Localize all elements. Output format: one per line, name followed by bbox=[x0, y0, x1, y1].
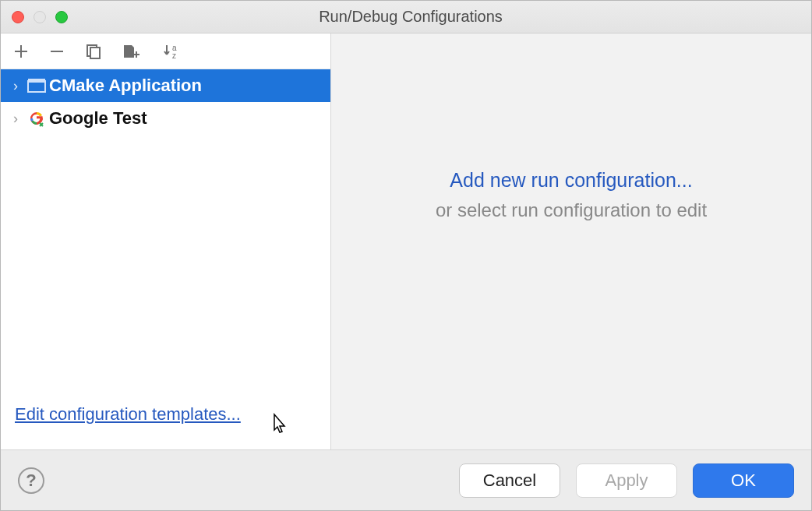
tree-item-cmake-application[interactable]: › CMake Application bbox=[1, 69, 330, 102]
minimize-window-button[interactable] bbox=[34, 11, 46, 23]
empty-state-subtext: or select run configuration to edit bbox=[436, 199, 707, 221]
left-pane: az › CMake Application › bbox=[1, 33, 331, 449]
svg-rect-0 bbox=[51, 51, 63, 52]
ok-button[interactable]: OK bbox=[693, 463, 794, 498]
window-controls bbox=[12, 11, 68, 23]
svg-text:z: z bbox=[172, 51, 176, 60]
run-debug-configurations-dialog: Run/Debug Configurations az bbox=[0, 0, 812, 511]
apply-button: Apply bbox=[576, 463, 677, 498]
dialog-body: az › CMake Application › bbox=[1, 33, 811, 449]
svg-rect-6 bbox=[28, 79, 45, 83]
edit-templates-row: Edit configuration templates... bbox=[1, 404, 330, 449]
cancel-button[interactable]: Cancel bbox=[459, 463, 560, 498]
svg-rect-2 bbox=[90, 48, 100, 58]
google-test-icon bbox=[24, 109, 49, 128]
add-config-button[interactable] bbox=[13, 44, 29, 59]
dialog-footer: ? Cancel Apply OK bbox=[1, 449, 811, 510]
help-button[interactable]: ? bbox=[18, 467, 44, 494]
tree-item-label: Google Test bbox=[49, 108, 147, 129]
tree-item-google-test[interactable]: › Google Test bbox=[1, 102, 330, 135]
zoom-window-button[interactable] bbox=[55, 11, 68, 23]
cmake-app-icon bbox=[24, 78, 49, 93]
close-window-button[interactable] bbox=[12, 11, 24, 23]
titlebar: Run/Debug Configurations bbox=[1, 1, 811, 33]
add-new-run-configuration-link[interactable]: Add new run configuration... bbox=[450, 169, 692, 191]
right-pane: Add new run configuration... or select r… bbox=[331, 33, 811, 449]
window-title: Run/Debug Configurations bbox=[68, 8, 754, 26]
svg-rect-5 bbox=[28, 81, 45, 92]
chevron-right-icon: › bbox=[7, 78, 24, 94]
save-template-button[interactable] bbox=[122, 43, 143, 60]
remove-config-button[interactable] bbox=[49, 44, 65, 59]
config-tree[interactable]: › CMake Application › bbox=[1, 69, 330, 404]
chevron-right-icon: › bbox=[7, 111, 24, 127]
sort-alpha-button[interactable]: az bbox=[163, 43, 182, 60]
edit-configuration-templates-link[interactable]: Edit configuration templates... bbox=[15, 404, 241, 424]
copy-config-button[interactable] bbox=[85, 43, 102, 60]
empty-state-prompt: Add new run configuration... or select r… bbox=[436, 169, 707, 221]
tree-item-label: CMake Application bbox=[49, 76, 202, 96]
config-toolbar: az bbox=[1, 33, 330, 69]
